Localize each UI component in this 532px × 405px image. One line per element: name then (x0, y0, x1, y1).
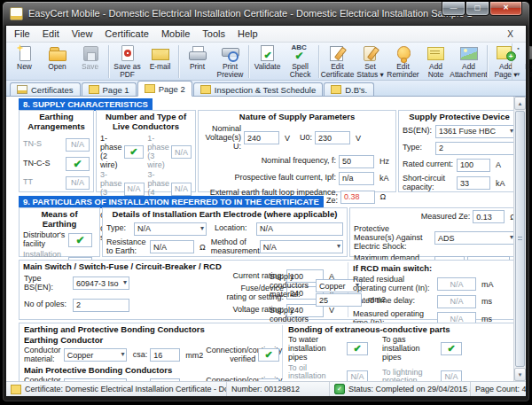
switch-type-dropdown[interactable]: 60947-3 Iso▾ (73, 276, 129, 290)
document-close-button[interactable]: X (504, 29, 517, 39)
title-bar[interactable]: EasyCert Mobile - Domestic Electrical In… (3, 2, 529, 25)
vertical-scrollbar[interactable]: ▲ ▼ (513, 97, 526, 381)
tab-certificates[interactable]: Certificates (10, 82, 81, 96)
phase3-3wire-field[interactable]: N/A (124, 183, 145, 196)
oil-pipes-field[interactable]: N/A (347, 370, 368, 381)
menu-edit[interactable]: Edit (36, 27, 66, 40)
bonding-group: Earthing and Protective Bonding Conducto… (19, 323, 513, 381)
device-type-field[interactable]: 2 (435, 142, 513, 155)
menu-mobile[interactable]: Mobile (155, 27, 196, 40)
supply-csa-field[interactable]: 25 (316, 293, 362, 307)
toolbar-save-as-pdf-button[interactable]: Save as PDF (111, 43, 144, 80)
residual-current-label: Rated residual operating current (In): (353, 276, 434, 293)
earthing-csa-field[interactable]: 16 (150, 348, 180, 362)
main-material-value: Copper (67, 380, 94, 381)
toolbar-validate-button[interactable]: Validate (251, 43, 284, 80)
toolbar-edit-reminder-button[interactable]: Edit Reminder (387, 43, 419, 80)
voltage-u0-field[interactable]: 230 (315, 131, 350, 144)
protective-device-group: Supply Protective Device BS(EN): 1361 Fu… (398, 110, 513, 192)
page-icon (145, 84, 155, 93)
bsen-dropdown[interactable]: 1361 Fuse HBC▾ (435, 125, 513, 138)
toolbar-add-attachment-button[interactable]: Add Attachment (452, 43, 485, 80)
scc-field[interactable]: 33 (457, 176, 490, 190)
menu-tools[interactable]: Tools (196, 27, 231, 40)
toolbar-print-button[interactable]: Print (181, 43, 214, 80)
ze-field[interactable]: 0.38 (340, 191, 375, 204)
toolbar-label: Add Attachment (450, 63, 487, 79)
scc-unit: kA (496, 179, 505, 188)
fault-current-unit: kA (379, 174, 392, 183)
status-sync-icon: ✓ (334, 384, 345, 394)
menu-help[interactable]: Help (231, 27, 264, 40)
toolbar-label: Edit Reminder (387, 63, 419, 79)
phase1-2wire-checkbox[interactable]: ✔ (124, 145, 145, 159)
main-verified-checkbox[interactable]: ✔ (258, 378, 279, 381)
close-button[interactable]: ✕ (489, 2, 522, 16)
menu-certificate[interactable]: Certificate (98, 27, 155, 40)
fault-current-field[interactable]: n/a (339, 172, 374, 185)
scroll-down-button[interactable]: ▼ (514, 368, 526, 381)
tab-page-2[interactable]: Page 2 (137, 81, 192, 97)
preview-icon (219, 44, 242, 63)
measured-ze-field[interactable]: 0.13 (473, 210, 505, 223)
toolbar-edit-certificate-button[interactable]: Edit Certificate (321, 43, 354, 80)
rated-current-field[interactable]: 100 (457, 159, 490, 172)
toolbar-set-status-button[interactable]: Set Status ▾ (354, 43, 387, 80)
earthing-verified-checkbox[interactable]: ✔ (258, 348, 279, 362)
tab-label: Page 1 (103, 85, 129, 95)
protective-measures-dropdown[interactable]: ADS▾ (434, 231, 513, 245)
resistance-field[interactable]: N/A (150, 240, 194, 253)
toolbar-print-preview-button[interactable]: Print Preview (214, 43, 246, 80)
rated-current-unit: A (496, 160, 501, 169)
toolbar-add-note-button[interactable]: Add Note (419, 43, 452, 80)
earthing-material-dropdown[interactable]: Copper▾ (64, 348, 128, 362)
bsen-value: 1361 Fuse HBC (439, 127, 496, 136)
frequency-field[interactable]: 50 (339, 155, 374, 168)
toolbar-label: Edit Certificate (321, 63, 355, 79)
scroll-up-button[interactable]: ▲ (514, 97, 526, 110)
minimize-button[interactable]: — (442, 2, 466, 16)
tt-field[interactable]: N/A (66, 176, 90, 190)
tncs-checkbox[interactable]: ✔ (66, 157, 90, 171)
lightning-label: To lightning protection (382, 369, 437, 381)
method-dropdown[interactable]: N/A▾ (260, 240, 343, 253)
app-icon (10, 7, 23, 20)
phase3-4wire-field[interactable]: N/A (171, 183, 192, 196)
toolbar-new-button[interactable]: New (8, 43, 41, 80)
status-icon (359, 44, 382, 63)
water-pipes-checkbox[interactable]: ✔ (347, 342, 368, 355)
main-material-dropdown[interactable]: Copper▾ (64, 378, 128, 381)
editcert-icon (326, 44, 349, 63)
main-csa-field[interactable]: 10 (150, 378, 180, 381)
chevron-down-icon: ▾ (121, 350, 124, 358)
residual-current-field[interactable]: N/A (437, 277, 476, 291)
tab-inspection-test-schedule[interactable]: Inspection & Test Schedule (193, 82, 323, 96)
menu-file[interactable]: File (8, 27, 36, 40)
tab-d-b-s[interactable]: D.B's. (324, 82, 374, 96)
poles-field[interactable]: 2 (73, 299, 129, 312)
scrollbar-thumb[interactable] (515, 111, 525, 367)
gas-pipes-checkbox[interactable]: ✔ (441, 342, 462, 355)
group-title: Earthing Arrangements (23, 113, 90, 132)
open-icon (46, 44, 69, 63)
overflow-chevron-icon: ▾ (517, 71, 520, 78)
tns-field[interactable]: N/A (66, 138, 90, 152)
menu-view[interactable]: View (66, 27, 99, 40)
voltage-u-field[interactable]: 240 (244, 131, 279, 144)
toolbar-open-button[interactable]: Open (41, 43, 74, 80)
tab-page-1[interactable]: Page 1 (82, 82, 137, 96)
phase1-3wire-field[interactable]: N/A (171, 145, 192, 159)
electrode-type-dropdown[interactable]: N/A▾ (134, 222, 207, 236)
toolbar-spell-check-button[interactable]: Spell Check (284, 43, 317, 80)
supply-material-label: Supply conductors material: (270, 273, 312, 300)
main-switch-group: Main Switch / Switch-Fuse / Circuit-Brea… (19, 260, 513, 320)
lightning-field[interactable]: N/A (441, 370, 462, 381)
toolbar-label: Add Note (421, 63, 450, 79)
location-field[interactable]: N/A (256, 222, 343, 236)
time-delay-field[interactable]: N/A (437, 295, 476, 308)
minimize-icon: — (450, 4, 458, 12)
distributor-checkbox[interactable]: ✔ (68, 233, 92, 247)
maximize-button[interactable]: ▢ (466, 2, 489, 16)
toolbar-e-mail-button[interactable]: E-mail (144, 43, 176, 80)
voltage-u-unit: V (285, 134, 290, 143)
